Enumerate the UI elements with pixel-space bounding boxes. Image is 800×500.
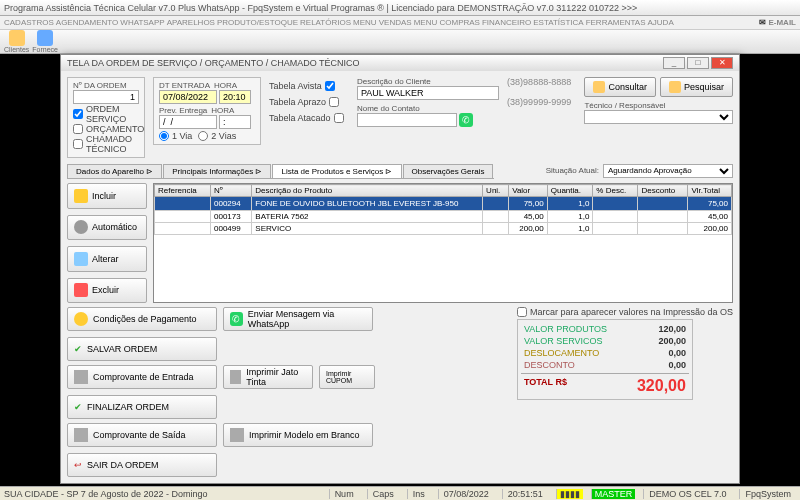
menu-vendas[interactable]: MENU VENDAS — [353, 18, 412, 27]
table-row[interactable]: 000499SERVICO200,001,0200,00 — [155, 223, 732, 235]
menu-aparelhos[interactable]: APARELHOS — [167, 18, 215, 27]
money-icon — [74, 312, 88, 326]
tab-observacoes[interactable]: Observações Gerais — [403, 164, 494, 178]
menu-relatorios[interactable]: RELATÓRIOS — [300, 18, 351, 27]
products-grid[interactable]: Referencia Nº Descrição do Produto Uni. … — [153, 183, 733, 303]
finalizar-button[interactable]: ✔FINALIZAR ORDEM — [67, 395, 217, 419]
chk-atacado[interactable] — [334, 113, 344, 123]
menu-produto[interactable]: PRODUTO/ESTOQUE — [217, 18, 298, 27]
pesquisar-button[interactable]: Pesquisar — [660, 77, 733, 97]
sair-button[interactable]: ↩SAIR DA ORDEM — [67, 453, 217, 477]
menu-agendamento[interactable]: AGENDAMENTO — [56, 18, 119, 27]
dt-entrada-input[interactable] — [159, 90, 217, 104]
automatico-button[interactable]: Automático — [67, 215, 147, 241]
chk-orcamento[interactable] — [73, 124, 83, 134]
menu-email[interactable]: ✉ E-MAIL — [759, 18, 796, 27]
check-icon: ✔ — [74, 402, 82, 412]
modelo-branco-button[interactable]: Imprimir Modelo em Branco — [223, 423, 373, 447]
cupom-button[interactable]: Imprimir CUPOM — [319, 365, 375, 389]
printer-icon — [74, 428, 88, 442]
consultar-button[interactable]: Consultar — [584, 77, 656, 97]
clientes-icon[interactable] — [9, 30, 25, 46]
search-icon — [593, 81, 605, 93]
menu-cadastros[interactable]: CADASTROS — [4, 18, 54, 27]
jato-button[interactable]: Imprimir Jato Tinta — [223, 365, 313, 389]
chk-aprazo[interactable] — [329, 97, 339, 107]
maximize-button[interactable]: □ — [687, 57, 709, 69]
chk-marcar-impressao[interactable] — [517, 307, 527, 317]
radio-1via[interactable] — [159, 131, 169, 141]
whatsapp-icon[interactable]: ✆ — [459, 113, 473, 127]
comprovante-saida-button[interactable]: Comprovante de Saída — [67, 423, 217, 447]
menu-financeiro[interactable]: FINANCEIRO — [482, 18, 531, 27]
table-row[interactable]: 000294FONE DE OUVIDO BLUETOOTH JBL EVERE… — [155, 197, 732, 211]
tel1-text: (38)98888-8888 — [507, 77, 576, 87]
situacao-select[interactable]: Aguardando Aprovação — [603, 164, 733, 178]
printer-icon — [230, 428, 244, 442]
comprovante-entrada-button[interactable]: Comprovante de Entrada — [67, 365, 217, 389]
tab-dados-aparelho[interactable]: Dados do Aparelho ⊳ — [67, 164, 162, 178]
hora-input[interactable] — [219, 90, 251, 104]
chk-os[interactable] — [73, 109, 83, 119]
menu-ajuda[interactable]: AJUDA — [648, 18, 674, 27]
excluir-button[interactable]: Excluir — [67, 278, 147, 304]
cliente-input[interactable] — [357, 86, 499, 100]
menu-estatistica[interactable]: ESTATÍSTICA — [533, 18, 583, 27]
tecnico-select[interactable] — [584, 110, 733, 124]
tab-bar: Dados do Aparelho ⊳ Principais Informaçõ… — [67, 164, 494, 179]
radio-2vias[interactable] — [198, 131, 208, 141]
printer-icon — [74, 370, 88, 384]
alterar-button[interactable]: Alterar — [67, 246, 147, 272]
order-no-input[interactable] — [73, 90, 139, 104]
condicoes-button[interactable]: Condições de Pagamento — [67, 307, 217, 331]
search-icon — [669, 81, 681, 93]
tab-principais-info[interactable]: Principais Informações ⊳ — [163, 164, 271, 178]
incluir-button[interactable]: Incluir — [67, 183, 147, 209]
printer-icon — [230, 370, 241, 384]
menu-compras[interactable]: MENU COMPRAS — [414, 18, 480, 27]
status-left: SUA CIDADE - SP 7 de Agosto de 2022 - Do… — [4, 489, 207, 499]
menubar: CADASTROS AGENDAMENTO WHATSAPP APARELHOS… — [0, 16, 800, 30]
order-modal: TELA DA ORDEM DE SERVIÇO / ORÇAMENTO / C… — [60, 54, 740, 484]
chk-chamado[interactable] — [73, 139, 83, 149]
modal-title-text: TELA DA ORDEM DE SERVIÇO / ORÇAMENTO / C… — [67, 58, 360, 68]
contato-input[interactable] — [357, 113, 457, 127]
prev-hora-input[interactable] — [219, 115, 251, 129]
app-titlebar: Programa Assistência Técnica Celular v7.… — [0, 0, 800, 16]
close-button[interactable]: ✕ — [711, 57, 733, 69]
chk-avista[interactable] — [325, 81, 335, 91]
barcode-icon — [74, 220, 88, 234]
totals-panel: VALOR PRODUTOS120,00 VALOR SERVICOS200,0… — [517, 319, 693, 400]
whatsapp-icon: ✆ — [230, 312, 243, 326]
whatsapp-button[interactable]: ✆Enviar Mensagem via WhatsApp — [223, 307, 373, 331]
workspace: TELA DA ORDEM DE SERVIÇO / ORÇAMENTO / C… — [0, 54, 800, 486]
prev-dt-input[interactable] — [159, 115, 217, 129]
table-row[interactable]: 000173BATERIA 756245,001,045,00 — [155, 211, 732, 223]
minimize-button[interactable]: _ — [663, 57, 685, 69]
salvar-button[interactable]: ✔SALVAR ORDEM — [67, 337, 217, 361]
menu-whatsapp[interactable]: WHATSAPP — [120, 18, 164, 27]
tel2-text: (38)99999-9999 — [507, 97, 576, 107]
check-icon: ✔ — [74, 344, 82, 354]
fornece-icon[interactable] — [37, 30, 53, 46]
statusbar: SUA CIDADE - SP 7 de Agosto de 2022 - Do… — [0, 486, 800, 500]
modal-titlebar: TELA DA ORDEM DE SERVIÇO / ORÇAMENTO / C… — [61, 55, 739, 71]
edit-icon — [74, 252, 88, 266]
plus-icon — [74, 189, 88, 203]
exit-icon: ↩ — [74, 460, 82, 470]
main-toolbar: Clientes Fornece — [0, 30, 800, 54]
tab-lista-produtos[interactable]: Lista de Produtos e Serviços ⊳ — [272, 164, 401, 178]
menu-ferramentas[interactable]: FERRAMENTAS — [586, 18, 646, 27]
app-title: Programa Assistência Técnica Celular v7.… — [4, 3, 637, 13]
delete-icon — [74, 283, 88, 297]
